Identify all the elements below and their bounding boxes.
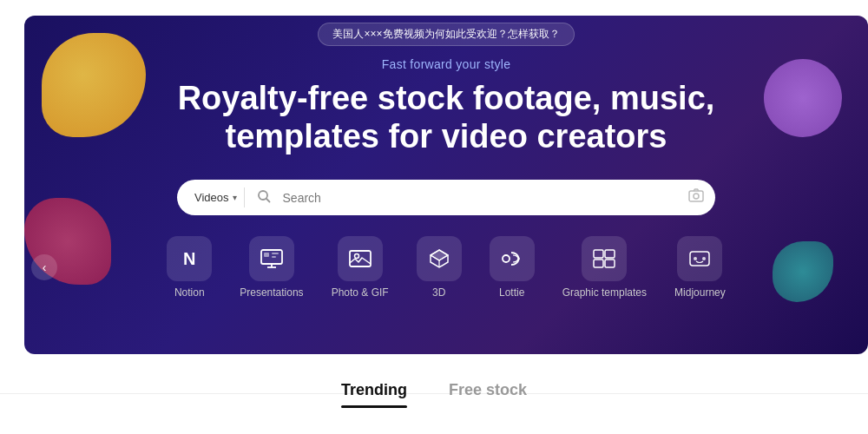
svg-rect-20 <box>594 260 603 267</box>
notification-banner[interactable]: 美国人×××免费视频为何如此受欢迎？怎样获取？ <box>318 23 574 46</box>
svg-rect-21 <box>605 260 615 267</box>
notification-text: 美国人×××免费视频为何如此受欢迎？怎样获取？ <box>332 28 559 40</box>
categories-row: ‹ N Notion Presentations <box>24 236 868 299</box>
svg-point-23 <box>694 257 697 260</box>
notion-icon: N <box>167 236 212 281</box>
category-lottie[interactable]: Lottie <box>476 236 549 299</box>
svg-rect-7 <box>264 253 269 257</box>
presentations-label: Presentations <box>240 286 303 299</box>
svg-rect-18 <box>594 250 603 258</box>
photo-gif-icon <box>338 236 383 281</box>
3d-label: 3D <box>432 286 445 299</box>
midjourney-label: Midjourney <box>674 286 726 299</box>
svg-rect-10 <box>350 251 371 266</box>
tab-free-stock[interactable]: Free stock <box>449 381 527 408</box>
svg-point-24 <box>702 257 706 260</box>
svg-rect-19 <box>605 250 615 258</box>
decorative-blob-purple <box>764 59 842 137</box>
hero-title: Royalty-free stock footage, music, templ… <box>178 80 715 155</box>
hero-title-line1: Royalty-free stock footage, music, <box>178 80 715 116</box>
tab-trending[interactable]: Trending <box>341 381 407 408</box>
category-notion[interactable]: N Notion <box>153 236 226 299</box>
prev-button[interactable]: ‹ <box>31 254 57 280</box>
notion-label: Notion <box>174 286 205 299</box>
tab-underline <box>0 393 868 394</box>
category-graphic-templates[interactable]: Graphic templates <box>549 236 661 299</box>
svg-point-3 <box>694 194 699 199</box>
search-icon <box>252 189 276 207</box>
lottie-label: Lottie <box>499 286 524 299</box>
svg-marker-13 <box>431 250 448 260</box>
category-photo-gif[interactable]: Photo & GIF <box>318 236 403 299</box>
hero-section: 美国人×××免费视频为何如此受欢迎？怎样获取？ Fast forward you… <box>24 16 868 354</box>
svg-rect-22 <box>690 252 709 266</box>
decorative-blob-yellow <box>42 33 146 137</box>
hero-tagline: Fast forward your style <box>382 57 511 71</box>
photo-gif-label: Photo & GIF <box>332 286 389 299</box>
category-3d[interactable]: 3D <box>403 236 476 299</box>
midjourney-icon <box>677 236 722 281</box>
graphic-templates-label: Graphic templates <box>562 286 647 299</box>
tabs-section: Trending Free stock <box>0 354 868 434</box>
svg-line-1 <box>266 199 270 202</box>
search-type-label: Videos <box>194 191 229 204</box>
svg-rect-8 <box>272 253 279 254</box>
hero-content: Fast forward your style Royalty-free sto… <box>178 57 715 155</box>
chevron-down-icon: ▾ <box>233 193 237 202</box>
presentations-icon <box>249 236 294 281</box>
hero-title-line2: templates for video creators <box>226 118 667 155</box>
lottie-icon <box>490 236 535 281</box>
search-type-dropdown[interactable]: Videos ▾ <box>187 187 245 207</box>
tabs-row: Trending Free stock <box>341 381 527 408</box>
category-presentations[interactable]: Presentations <box>226 236 317 299</box>
search-bar: Videos ▾ <box>177 180 715 215</box>
svg-point-17 <box>503 255 510 262</box>
svg-point-11 <box>354 254 358 259</box>
category-midjourney[interactable]: Midjourney <box>661 236 740 299</box>
svg-rect-2 <box>689 191 703 201</box>
svg-rect-9 <box>272 256 276 258</box>
3d-icon <box>417 236 462 281</box>
graphic-templates-icon <box>582 236 627 281</box>
search-input[interactable] <box>283 191 681 205</box>
camera-icon[interactable] <box>687 187 705 208</box>
